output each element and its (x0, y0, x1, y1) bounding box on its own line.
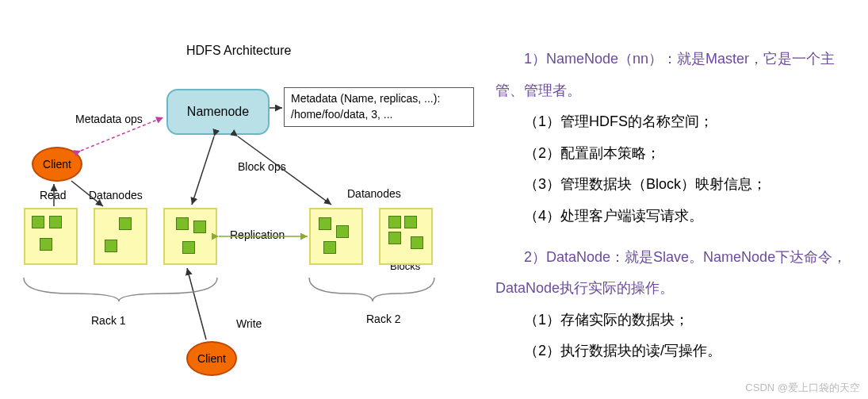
client-top: Client (32, 147, 82, 182)
write-label: Write (236, 317, 262, 330)
datanodes-label-right: Datanodes (347, 187, 401, 200)
client-label: Client (43, 158, 71, 171)
metadata-line-1: Metadata (Name, replicas, ...): (291, 91, 467, 107)
rack1-label: Rack 1 (91, 314, 126, 327)
namenode-box: Namenode (166, 89, 270, 135)
arrow-layer (0, 0, 491, 399)
datanode-point-2: （2）执行数据块的读/写操作。 (495, 336, 860, 367)
datanode-2 (94, 208, 147, 265)
datanode-heading: 2）DataNode：就是Slave。NameNode下达命令，DataNode… (495, 242, 860, 305)
metadata-line-2: /home/foo/data, 3, ... (291, 107, 467, 123)
namenode-label: Namenode (187, 105, 249, 119)
datanode-3 (163, 208, 217, 265)
replication-label: Replication (230, 228, 285, 241)
datanodes-label-left: Datanodes (89, 189, 143, 201)
hdfs-architecture-diagram: HDFS Architecture Namenode Metadata (Nam… (0, 0, 491, 399)
metadata-box: Metadata (Name, replicas, ...): /home/fo… (284, 87, 474, 127)
diagram-title: HDFS Architecture (186, 44, 291, 58)
namenode-point-2: （2）配置副本策略； (495, 138, 860, 170)
namenode-point-1: （1）管理HDFS的名称空间； (495, 106, 860, 138)
description-column: 1）NameNode（nn）：就是Master，它是一个主管、管理者。 （1）管… (495, 44, 860, 367)
svg-line-2 (192, 136, 214, 205)
client-label: Client (197, 352, 226, 365)
watermark: CSDN @爱上口袋的天空 (745, 381, 860, 395)
namenode-point-4: （4）处理客户端读写请求。 (495, 201, 860, 232)
client-bottom: Client (186, 341, 237, 376)
datanode-5 (379, 208, 433, 265)
datanode-1 (24, 208, 78, 265)
namenode-point-3: （3）管理数据块（Block）映射信息； (495, 169, 860, 201)
datanode-4 (309, 208, 363, 265)
namenode-heading: 1）NameNode（nn）：就是Master，它是一个主管、管理者。 (495, 44, 860, 106)
read-label: Read (40, 189, 66, 201)
metadata-ops-label: Metadata ops (75, 113, 143, 125)
rack2-label: Rack 2 (366, 313, 401, 325)
block-ops-label: Block ops (238, 160, 286, 173)
svg-line-6 (187, 268, 206, 340)
datanode-point-1: （1）存储实际的数据块； (495, 305, 860, 336)
